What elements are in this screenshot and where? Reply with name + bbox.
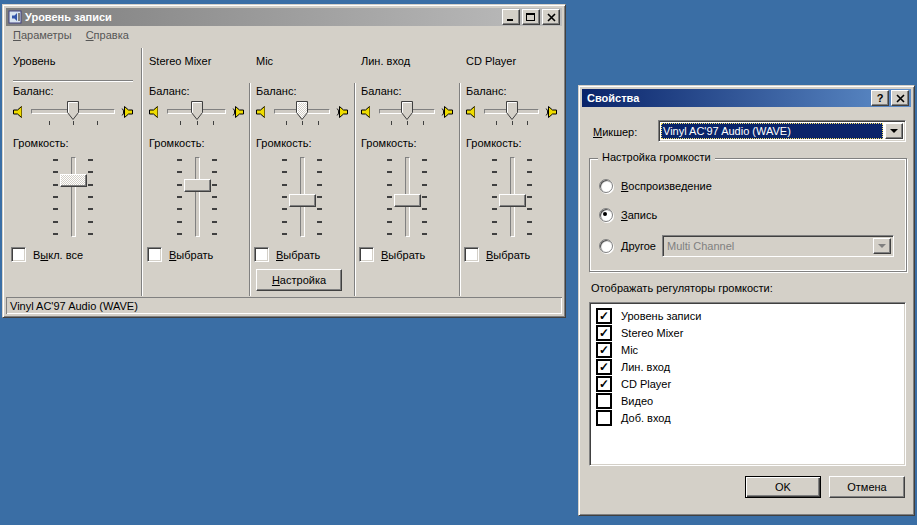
volume-ticks [387,159,392,235]
balance-tick [318,121,319,125]
balance-thumb[interactable] [191,101,203,120]
select-checkbox[interactable]: ✓ Выбрать [254,247,320,262]
maximize-icon [526,12,536,22]
select-checkbox[interactable]: ✓ Выбрать [464,247,530,262]
list-item[interactable]: ✓ CD Player [590,375,905,392]
checkbox-box[interactable]: ✓ [596,410,612,426]
menu-help[interactable]: Справка [79,27,136,43]
channel-column-mic: Mic Баланс: Громкость: ✓ Выбрать [252,49,352,297]
checkbox-box[interactable]: ✓ [254,247,269,262]
dialog-title: Свойства [584,92,871,104]
balance-slider[interactable] [167,99,226,125]
checkbox-box[interactable]: ✓ [11,247,26,262]
checkbox-box[interactable]: ✓ [596,359,612,375]
balance-slider[interactable] [379,99,435,125]
list-item[interactable]: ✓ Доб. вход [590,409,905,426]
balance-slider[interactable] [31,99,115,125]
mixer-device-label: Микшер: [593,126,637,138]
combobox-dropdown-button[interactable] [885,123,903,139]
volume-thumb[interactable] [499,194,526,207]
checkbox-box[interactable]: ✓ [147,247,162,262]
close-button[interactable] [891,90,909,106]
volume-thumb[interactable] [394,194,421,207]
volume-ticks [53,159,58,235]
balance-thumb[interactable] [67,101,79,120]
volume-ticks [88,159,93,235]
radio-recording[interactable]: Запись [599,208,657,222]
volume-settings-groupbox: Настройка громкости Воспроизведение Запи… [589,158,907,272]
volume-slider[interactable] [274,155,330,239]
radio-other[interactable]: Другое [599,239,656,253]
list-item-label: Уровень записи [621,310,701,322]
chevron-down-icon [878,244,886,252]
volume-slider[interactable] [379,155,435,239]
checkbox-box[interactable]: ✓ [596,308,612,324]
list-item[interactable]: ✓ Видео [590,392,905,409]
list-item[interactable]: ✓ Stereo Mixer [590,324,905,341]
balance-thumb[interactable] [506,101,518,120]
menu-options[interactable]: Параметры [6,27,79,43]
mute-all-checkbox[interactable]: ✓ Выкл. все [11,247,83,262]
balance-label: Баланс: [256,85,297,97]
column-separator [249,83,251,296]
show-controls-label: Отображать регуляторы громкости: [591,282,773,294]
volume-label: Громкость: [13,137,69,149]
speaker-right-icon [543,104,559,120]
volume-thumb[interactable] [184,179,211,192]
maximize-button[interactable] [522,9,540,25]
select-checkbox[interactable]: ✓ Выбрать [147,247,213,262]
mixer-device-combobox[interactable]: Vinyl AC'97 Audio (WAVE) [658,120,906,142]
menu-bar: Параметры Справка [6,26,562,44]
radio-label: Воспроизведение [621,180,712,192]
checkbox-box[interactable]: ✓ [359,247,374,262]
volume-slider[interactable] [45,155,101,239]
radio-playback[interactable]: Воспроизведение [599,179,712,193]
combobox-dropdown-button [873,238,891,254]
checkbox-box[interactable]: ✓ [596,393,612,409]
close-button[interactable] [542,9,560,25]
channel-title: Уровень [13,55,55,67]
balance-tick [302,121,303,125]
balance-thumb[interactable] [401,101,413,120]
radio-circle[interactable] [599,239,613,253]
checkbox-box[interactable]: ✓ [464,247,479,262]
volume-track[interactable] [71,157,76,237]
balance-thumb[interactable] [296,101,308,120]
radio-circle[interactable] [599,208,613,222]
list-item[interactable]: ✓ Лин. вход [590,358,905,375]
minimize-button[interactable] [502,9,520,25]
help-button[interactable]: ? [871,90,889,106]
volume-controls-listbox[interactable]: ✓ Уровень записи ✓ Stereo Mixer ✓ Mic ✓ … [589,302,906,466]
properties-titlebar[interactable]: Свойства ? [582,89,911,107]
balance-tick [286,121,287,125]
checkbox-box[interactable]: ✓ [596,325,612,341]
volume-ticks [492,159,497,235]
checkbox-label: Выкл. все [33,249,83,261]
checkmark: ✓ [599,310,609,322]
checkbox-box[interactable]: ✓ [596,376,612,392]
list-item[interactable]: ✓ Уровень записи [590,307,905,324]
cancel-button[interactable]: Отмена [829,476,905,498]
volume-thumb[interactable] [289,194,316,207]
speaker-right-icon [439,104,455,120]
volume-thumb[interactable] [60,174,87,187]
volume-track[interactable] [195,157,200,237]
volume-ticks [282,159,287,235]
volume-slider[interactable] [484,155,540,239]
balance-slider[interactable] [274,99,330,125]
balance-label: Баланс: [149,85,190,97]
select-checkbox[interactable]: ✓ Выбрать [359,247,425,262]
list-item[interactable]: ✓ Mic [590,341,905,358]
volume-slider[interactable] [169,155,225,239]
column-separator [141,48,143,296]
volume-label: Громкость: [256,137,312,149]
checkbox-box[interactable]: ✓ [596,342,612,358]
ok-button[interactable]: OK [745,476,821,498]
balance-slider[interactable] [484,99,539,125]
channel-title: CD Player [466,55,516,67]
mixer-titlebar[interactable]: Уровень записи [6,8,562,26]
volume-ticks [177,159,182,235]
combobox-value: Vinyl AC'97 Audio (WAVE) [661,123,883,139]
advanced-button[interactable]: Настройка [256,269,342,291]
radio-circle[interactable] [599,179,613,193]
